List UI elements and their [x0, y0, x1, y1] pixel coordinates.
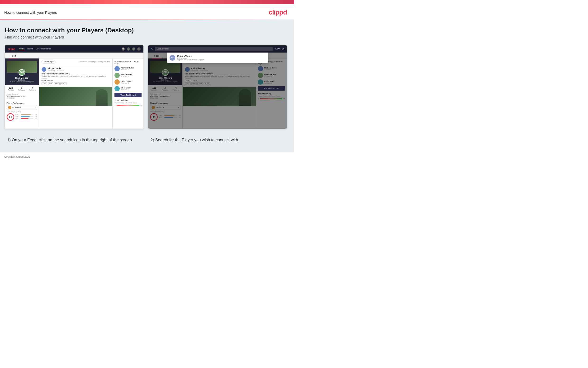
gauge-bars-2: OTT 79 APP — [159, 115, 181, 119]
activities-count: 129 — [8, 87, 14, 89]
latest-label-2: Latest Activity — [150, 93, 181, 95]
player-selector[interactable]: Eli Vincent ▾ — [7, 105, 37, 110]
player-selector-2: Eli Vincent ▾ — [150, 105, 181, 110]
caption-2: 2) Search for the Player you wish to con… — [148, 133, 287, 143]
activity-user-info-2: Richard Butler Yesterday - The Grove — [191, 67, 208, 71]
profile-role: Golf Coach — [7, 79, 37, 81]
active-players-title: Most Active Players - Last 30 days — [114, 60, 141, 65]
quality-label-2: Total Player Quality — [150, 111, 181, 112]
player-avatar-richard — [114, 66, 120, 71]
profile-area: BM Blair McHarg Golf Coach Mill Ride Gol… — [5, 58, 39, 85]
activity-name: Richard Butler — [48, 67, 64, 70]
activity-desc-2: Walking the course with my coach to buil… — [185, 75, 253, 77]
player-activities-richard-2: Activities: 7 — [264, 69, 277, 71]
ott-bar-2: OTT 79 — [159, 115, 181, 117]
dropdown-arrow-icon: ▾ — [35, 107, 36, 108]
player-avatar-richard-2 — [258, 66, 263, 71]
right-panel: Most Active Players - Last 30 days Richa… — [113, 58, 143, 129]
app-track-2 — [164, 117, 177, 118]
latest-date: 27 Jul 2022 — [7, 97, 37, 99]
player-performance-section: Player Performance Eli Vincent ▾ Total P… — [5, 101, 39, 122]
ott-label: OTT — [16, 114, 20, 116]
feed-tab-2: Feed — [152, 54, 162, 58]
page-title: How to connect with your Players — [4, 10, 57, 15]
following-label: Following — [44, 61, 52, 63]
latest-label: Latest Activity — [7, 93, 37, 95]
search-icon[interactable] — [122, 47, 125, 51]
control-link[interactable]: Control who can see your activity and da… — [79, 61, 110, 63]
list-item-hiral: Hiral Pujara Activities: 3 — [114, 79, 141, 85]
golf-image-area — [39, 87, 112, 106]
following-label-2: Following — [173, 89, 179, 91]
search-value: Marcus Turner — [157, 48, 169, 50]
stats-row-2: 129 Activities 3 Followers 4 Following — [148, 85, 182, 92]
activity-header: Richard Butler Yesterday - The Grove — [42, 67, 110, 72]
search-input-mock[interactable]: Marcus Turner — [155, 47, 273, 51]
player-activities-piers-2: Activities: 4 — [264, 76, 276, 77]
list-item-eli: Eli Vincent Activities: 1 — [114, 86, 141, 91]
latest-activity-2: Latest Activity Afternoon round of golf … — [148, 92, 182, 100]
nav-home[interactable]: Home — [19, 47, 25, 50]
player-activities-eli: Activities: 1 — [121, 89, 131, 91]
left-panel: BM Blair McHarg Golf Coach Mill Ride Gol… — [5, 58, 39, 129]
list-item-piers: Piers Parnell Activities: 4 — [114, 73, 141, 78]
search-results-dropdown: MT Marcus Turner 1-5 Handicap Cypress Po… — [167, 53, 268, 63]
screenshots-row: clippd Home Teams My Performance — [5, 46, 287, 129]
middle-panel-2: Following ▾ Control who can see your act… — [183, 58, 256, 129]
app-body-2: BM Blair McHarg Golf Coach Mill Ride Gol… — [148, 58, 287, 129]
player-avatar-eli-2 — [258, 79, 263, 85]
player-avatar-eli — [114, 86, 120, 91]
golfer-silhouette — [96, 89, 108, 106]
app-label: APP — [16, 116, 20, 118]
player-activities-hiral: Activities: 3 — [121, 82, 131, 84]
clear-button[interactable]: CLEAR — [274, 48, 280, 50]
player-selector-avatar — [8, 106, 11, 109]
list-item-richard: Richard Butler Activities: 7 — [114, 66, 141, 71]
profile-name-2: Blair McHarg — [150, 77, 181, 79]
profile-avatar-container: BM — [7, 69, 37, 76]
svg-point-0 — [123, 48, 124, 49]
heatmap-subtitle: Player Quality - 20 Round Trend — [114, 102, 141, 104]
profile-avatar-2: BM — [162, 69, 169, 76]
following-count: 4 — [29, 87, 36, 89]
user-icon[interactable] — [127, 47, 130, 51]
feed-tab[interactable]: Feed — [9, 54, 18, 58]
activities-stat: 129 Activities — [8, 87, 14, 91]
heatmap-plus: +5 — [140, 105, 141, 106]
search-result-avatar: MT — [170, 55, 175, 61]
nav-teams[interactable]: Teams — [27, 47, 33, 50]
following-label: Following — [29, 89, 36, 91]
activity-meta-2: Yesterday - The Grove — [191, 70, 208, 71]
activity-tags-2: OTT APP ARG PUTT — [185, 82, 253, 85]
gauge-row-2: 84 OTT 79 — [150, 113, 181, 121]
app-nav-1: clippd Home Teams My Performance — [5, 46, 143, 53]
activities-stat-2: 129 Activities — [151, 87, 158, 91]
heatmap-track-2 — [260, 98, 282, 99]
quality-label: Total Player Quality — [7, 111, 37, 112]
close-button[interactable]: ✕ — [282, 47, 284, 51]
hero-subtitle: Find and connect with your Players — [5, 35, 287, 39]
settings-icon[interactable] — [132, 47, 135, 51]
caption-text-2: 2) Search for the Player you wish to con… — [150, 137, 284, 143]
result-handicap: 1-5 Handicap — [177, 57, 204, 59]
duration-label: Duration — [42, 78, 110, 79]
activities-label: Activities — [8, 89, 14, 91]
following-button[interactable]: Following ▾ — [42, 60, 56, 64]
golfer-silhouette-2 — [239, 89, 251, 106]
nav-my-performance[interactable]: My Performance — [36, 47, 51, 50]
player-activities-piers: Activities: 4 — [121, 76, 132, 77]
app-fill — [21, 116, 30, 117]
tag-ott: OTT — [42, 82, 47, 85]
player-name-richard-2: Richard Butler — [264, 67, 277, 69]
profile-club: Mill Ride Golf Club, United Kingdom — [7, 81, 37, 83]
arg-label: ARG — [16, 118, 20, 119]
heatmap-subtitle-2: Player Quality - 20 Round Trend — [258, 95, 285, 97]
right-panel-2: Most Active Players - Last 30 days Richa… — [256, 58, 287, 129]
heatmap-bar-row: -5 +5 — [114, 105, 141, 106]
player-info-piers-2: Piers Parnell Activities: 4 — [264, 74, 276, 77]
activities-count-2: 129 — [151, 87, 158, 89]
team-dashboard-button[interactable]: Team Dashboard — [114, 93, 141, 97]
app-body-1: BM Blair McHarg Golf Coach Mill Ride Gol… — [5, 58, 143, 129]
avatar-icon[interactable]: BM — [137, 47, 140, 51]
search-result-item[interactable]: MT Marcus Turner 1-5 Handicap Cypress Po… — [169, 54, 266, 62]
